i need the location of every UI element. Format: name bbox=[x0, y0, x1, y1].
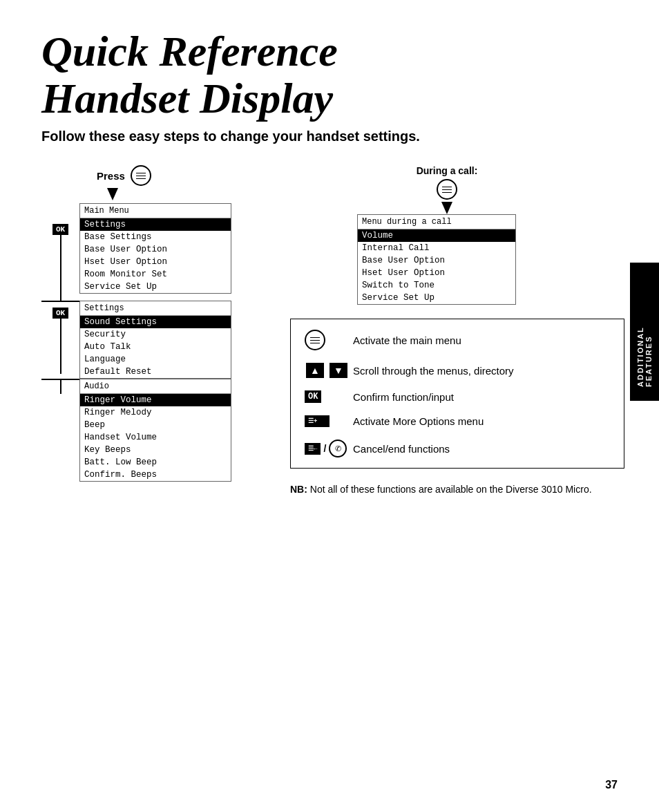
during-call-item-3: Hset User Option bbox=[358, 267, 515, 279]
legend-text-scroll: Scroll through the menus, directory bbox=[353, 365, 514, 377]
legend-item-ok: OK Confirm function/input bbox=[305, 390, 610, 403]
slash-separator: / bbox=[323, 443, 326, 454]
legend-item-more-options: ☰+ Activate More Options menu bbox=[305, 415, 610, 427]
main-menu-item-2: Base User Option bbox=[80, 243, 231, 256]
ok-btn-1: OK bbox=[52, 224, 68, 235]
main-menu-item-0: Settings bbox=[80, 218, 231, 231]
v-line-1 bbox=[60, 235, 61, 301]
menu-icon-line3 bbox=[136, 178, 146, 180]
subtitle: Follow these easy steps to change your h… bbox=[41, 129, 624, 144]
right-column: During a call: Menu during a call Volume bbox=[276, 165, 624, 497]
main-menu-box: Main Menu Settings Base Settings Base Us… bbox=[79, 203, 231, 294]
audio-menu-item-2: Beep bbox=[80, 419, 231, 431]
menu-icon bbox=[131, 165, 151, 186]
side-tab-label: ADDITIONAL FEATURES bbox=[636, 276, 653, 387]
during-call-header: Menu during a call bbox=[358, 215, 515, 229]
legend-text-cancel: Cancel/end functions bbox=[353, 443, 450, 455]
more-options-btn: ☰+ bbox=[305, 415, 330, 427]
menu-icon-line2 bbox=[136, 176, 146, 177]
ok-box-legend: OK bbox=[305, 390, 321, 403]
arrow-to-during-call-menu bbox=[440, 202, 454, 214]
legend-more-options-icon: ☰+ bbox=[305, 415, 353, 427]
arrow-to-main-menu bbox=[106, 188, 276, 203]
during-call-item-1: Internal Call bbox=[358, 242, 515, 254]
settings-menu-header: Settings bbox=[80, 301, 231, 316]
page-title: Quick Reference Handset Display bbox=[41, 28, 624, 122]
during-call-item-0: Volume bbox=[358, 229, 515, 242]
legend-cancel-icon: ☰← / ✆ bbox=[305, 440, 353, 457]
menu-icon-line1 bbox=[136, 173, 146, 174]
during-call-item-2: Base User Option bbox=[358, 254, 515, 267]
main-menu-header: Main Menu bbox=[80, 204, 231, 218]
main-menu-item-1: Base Settings bbox=[80, 231, 231, 243]
audio-menu-item-1: Ringer Melody bbox=[80, 406, 231, 419]
legend-text-ok: Confirm function/input bbox=[353, 391, 454, 403]
audio-menu-item-4: Key Beeps bbox=[80, 444, 231, 456]
legend-menu-icon bbox=[305, 330, 353, 350]
audio-menu-item-6: Confirm. Beeps bbox=[80, 469, 231, 481]
settings-menu-item-2: Auto Talk bbox=[80, 341, 231, 353]
during-call-section: During a call: Menu during a call Volume bbox=[290, 165, 624, 305]
settings-menu-item-3: Language bbox=[80, 353, 231, 366]
main-menu-item-4: Room Monitor Set bbox=[80, 268, 231, 281]
audio-menu-header: Audio bbox=[80, 379, 231, 394]
settings-menu-item-0: Sound Settings bbox=[80, 316, 231, 328]
legend-scroll-icon: ▲ ▼ bbox=[305, 363, 353, 378]
legend-item-cancel: ☰← / ✆ Cancel/end functions bbox=[305, 440, 610, 457]
audio-menu-item-3: Handset Volume bbox=[80, 431, 231, 444]
cancel-box: ☰← bbox=[305, 443, 321, 455]
svg-marker-1 bbox=[441, 202, 452, 214]
during-call-item-4: Switch to Tone bbox=[358, 279, 515, 292]
main-menu-item-5: Service Set Up bbox=[80, 281, 231, 293]
settings-menu-item-4: Default Reset bbox=[80, 366, 231, 378]
legend-item-main-menu: Activate the main menu bbox=[305, 330, 610, 350]
legend-text-more-options: Activate More Options menu bbox=[353, 415, 484, 427]
nb-bold: NB: bbox=[290, 484, 307, 495]
title-line2: Handset Display bbox=[41, 75, 333, 122]
legend-text-main-menu: Activate the main menu bbox=[353, 334, 461, 346]
ok-btn-2: OK bbox=[52, 308, 68, 319]
legend-box: Activate the main menu ▲ ▼ Scroll throug… bbox=[290, 319, 624, 469]
title-line1: Quick Reference bbox=[41, 28, 338, 75]
press-label: Press bbox=[97, 170, 125, 182]
main-menu-item-3: Hset User Option bbox=[80, 256, 231, 268]
during-call-menu-box: Menu during a call Volume Internal Call … bbox=[357, 214, 516, 305]
audio-menu-item-5: Batt. Low Beep bbox=[80, 456, 231, 469]
press-row: Press bbox=[97, 165, 276, 186]
settings-menu-item-1: Security bbox=[80, 328, 231, 341]
settings-menu-box: Settings Sound Settings Security Auto Ta… bbox=[79, 301, 231, 379]
svg-marker-0 bbox=[107, 188, 118, 200]
during-call-label: During a call: bbox=[269, 165, 624, 176]
v-line-2 bbox=[60, 319, 61, 374]
nb-text: Not all of these functions are available… bbox=[310, 484, 592, 495]
arrow-up-btn: ▲ bbox=[306, 363, 324, 378]
audio-menu-item-0: Ringer Volume bbox=[80, 394, 231, 406]
left-menu-diagrams: Press OK M bbox=[41, 165, 276, 497]
nb-note: NB: Not all of these functions are avail… bbox=[290, 482, 624, 497]
phone-end-icon: ✆ bbox=[329, 440, 347, 457]
audio-menu-box: Audio Ringer Volume Ringer Melody Beep H… bbox=[79, 379, 231, 482]
arrow-down-btn: ▼ bbox=[330, 363, 347, 378]
side-tab: ADDITIONAL FEATURES bbox=[630, 263, 659, 401]
during-call-item-5: Service Set Up bbox=[358, 292, 515, 304]
legend-item-scroll: ▲ ▼ Scroll through the menus, directory bbox=[305, 363, 610, 378]
legend-ok-icon: OK bbox=[305, 390, 353, 403]
page-number: 37 bbox=[605, 779, 618, 791]
during-call-menu-icon bbox=[437, 179, 457, 200]
